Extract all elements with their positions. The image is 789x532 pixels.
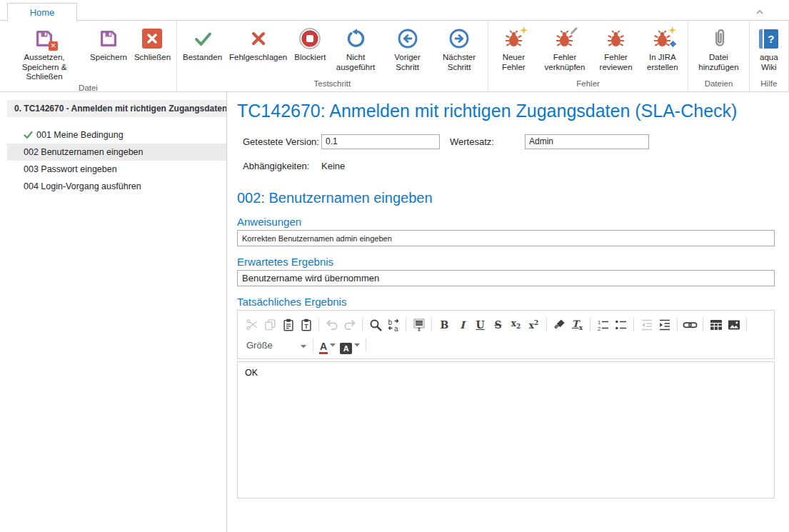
ribbon-button-label: aqua Wiki	[755, 53, 783, 72]
suspend-save-close-button[interactable]: ✕ Aussetzen, Speichern & Schließen	[2, 24, 86, 82]
toolbar-separator	[362, 318, 363, 331]
previous-step-button[interactable]: Voriger Schritt	[382, 24, 433, 72]
ribbon-button-label: Fehler verknüpfen	[541, 53, 589, 72]
review-defect-button[interactable]: Fehler reviewen	[593, 24, 639, 72]
blocked-button[interactable]: Blockiert	[291, 24, 329, 63]
jira-defect-icon	[653, 24, 672, 53]
italic-icon[interactable]: I	[453, 316, 471, 333]
ribbon: ✕ Aussetzen, Speichern & Schließen Speic…	[0, 21, 789, 92]
test-case-header: 0. TC142670 - Anmelden mit richtigen Zug…	[7, 100, 226, 117]
ribbon-button-label: Nächster Schritt	[436, 53, 481, 72]
step-list-item-002[interactable]: 002 Benutzernamen eingeben	[7, 144, 226, 161]
page-title: TC142670: Anmelden mit richtigen Zugangs…	[237, 99, 740, 123]
step-list-item-004[interactable]: 004 Login-Vorgang ausführen	[7, 178, 226, 195]
sparkle-icon	[520, 26, 528, 34]
font-size-dropdown[interactable]: Größe	[243, 337, 309, 354]
blocked-icon	[298, 24, 321, 53]
close-icon	[142, 24, 162, 53]
toolbar-separator	[366, 338, 366, 352]
increase-indent-icon[interactable]	[655, 316, 673, 333]
instructions-label: Anweisungen	[237, 216, 789, 228]
bold-icon[interactable]: B	[436, 316, 453, 333]
jira-diamond-icon	[669, 40, 677, 48]
ribbon-group-testschritt: Bestanden Fehlgeschlagen Blockiert Nicht…	[177, 21, 488, 91]
test-execution-main-panel: TC142670: Anmelden mit richtigen Zugangs…	[237, 92, 789, 532]
subscript-icon[interactable]: x2	[507, 316, 525, 333]
new-defect-button[interactable]: Neuer Fehler	[491, 24, 537, 72]
pencil-icon	[570, 26, 578, 35]
dependencies-label: Abhängigkeiten:	[243, 161, 321, 171]
step-item-label: 004 Login-Vorgang ausführen	[24, 181, 141, 191]
step-item-label: 002 Benutzernamen eingeben	[24, 147, 144, 157]
strikethrough-icon[interactable]: S	[489, 316, 507, 333]
not-executed-button[interactable]: Nicht ausgeführt	[329, 24, 381, 72]
step-item-label: 001 Meine Bedingung	[36, 130, 124, 140]
tested-version-label: Getestete Version:	[243, 136, 321, 147]
paste-text-icon[interactable]: T	[297, 316, 315, 333]
suspend-save-close-icon: ✕	[34, 24, 55, 53]
decrease-indent-icon[interactable]	[638, 316, 655, 333]
superscript-icon[interactable]: x2	[525, 316, 543, 333]
format-painter-icon[interactable]	[551, 316, 568, 333]
review-defect-icon	[606, 24, 625, 53]
link-defect-icon	[555, 24, 574, 53]
close-button[interactable]: Schließen	[131, 24, 174, 63]
instructions-input[interactable]	[237, 230, 775, 246]
ribbon-group-label: Fehler	[491, 78, 686, 91]
ribbon-button-label: Neuer Fehler	[494, 53, 533, 72]
link-defect-button[interactable]: Fehler verknüpfen	[537, 24, 593, 72]
attach-file-button[interactable]: Datei hinzufügen	[690, 24, 746, 72]
link-icon[interactable]	[681, 316, 699, 333]
tab-home-label: Home	[30, 7, 55, 18]
numbered-list-icon[interactable]: 12	[594, 316, 612, 333]
table-icon[interactable]	[707, 316, 725, 333]
passed-button[interactable]: Bestanden	[179, 24, 226, 63]
wiki-icon: ?	[759, 24, 778, 53]
expected-result-input[interactable]	[237, 270, 775, 286]
image-icon[interactable]	[725, 316, 743, 333]
next-step-button[interactable]: Nächster Schritt	[433, 24, 485, 72]
ribbon-button-label: Aussetzen, Speichern & Schließen	[6, 53, 83, 82]
value-set-input[interactable]	[525, 134, 649, 149]
jira-defect-button[interactable]: In JIRA erstellen	[639, 24, 685, 72]
search-icon[interactable]	[366, 316, 384, 333]
editor-toolbar-row1: T ba B I U S x2 x2 Tx 12	[243, 314, 768, 335]
redo-icon[interactable]	[341, 316, 358, 333]
ribbon-group-label: Dateien	[690, 78, 746, 91]
ribbon-button-label: Schließen	[134, 53, 171, 63]
replace-icon[interactable]: ba	[384, 316, 402, 333]
step-list-item-001[interactable]: 001 Meine Bedingung	[7, 126, 226, 144]
ribbon-group-label: Testschritt	[179, 78, 486, 91]
svg-text:1: 1	[598, 318, 600, 325]
not-executed-icon	[345, 24, 366, 53]
aqua-wiki-button[interactable]: ? aqua Wiki	[752, 24, 786, 72]
sparkle-icon	[668, 26, 676, 34]
save-button[interactable]: Speichern	[86, 24, 131, 63]
underline-icon[interactable]: U	[471, 316, 489, 333]
cut-icon[interactable]	[243, 316, 261, 333]
paste-icon[interactable]	[279, 316, 297, 333]
background-color-button[interactable]: A	[338, 337, 362, 354]
editor-toolbar-row2: Größe A A	[243, 335, 768, 356]
toolbar-separator	[431, 318, 432, 331]
tested-version-input[interactable]	[321, 134, 440, 149]
new-defect-icon	[504, 24, 523, 53]
collapse-ribbon-button[interactable]	[754, 7, 765, 16]
ribbon-group-datei: ✕ Aussetzen, Speichern & Schließen Speic…	[0, 21, 177, 91]
toolbar-separator	[590, 318, 591, 331]
ribbon-group-dateien: Datei hinzufügen Dateien	[688, 21, 749, 91]
tab-home[interactable]: Home	[7, 3, 77, 21]
svg-text:a: a	[394, 324, 398, 332]
actual-result-editor-content[interactable]: OK	[237, 361, 775, 498]
select-all-icon[interactable]	[410, 316, 428, 333]
bullet-list-icon[interactable]	[612, 316, 630, 333]
text-color-button[interactable]: A	[317, 337, 338, 354]
step-list-item-003[interactable]: 003 Passwort eingeben	[7, 161, 226, 178]
undo-icon[interactable]	[323, 316, 341, 333]
failed-button[interactable]: Fehlgeschlagen	[226, 24, 291, 63]
actual-result-label: Tatsächliches Ergebnis	[237, 296, 789, 308]
ribbon-group-fehler: Neuer Fehler Fehler verknüpfen Fehler re…	[488, 21, 689, 91]
copy-icon[interactable]	[261, 316, 279, 333]
remove-format-icon[interactable]: Tx	[568, 316, 586, 333]
ribbon-button-label: In JIRA erstellen	[643, 53, 682, 72]
